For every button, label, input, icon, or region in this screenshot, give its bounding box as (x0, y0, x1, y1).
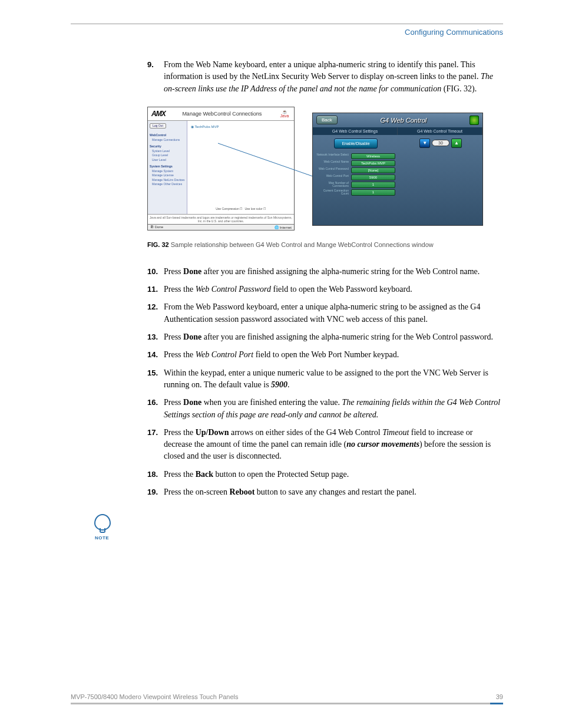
step-text: Press the Web Control Password field to … (164, 284, 503, 295)
step-text: Press Done after you are finished assign… (164, 266, 503, 278)
timeout-down-button[interactable]: ▼ (419, 139, 430, 148)
step-text: Press Done after you are finished assign… (164, 331, 503, 343)
step-text: Press the Back button to open the Protec… (164, 469, 503, 480)
webcontrol-window: AMX Manage WebControl Connections ☕Java … (147, 107, 295, 230)
step-number: 10. (147, 266, 164, 278)
step-number: 18. (147, 469, 164, 480)
panel-link[interactable]: TechPubs MVP (191, 124, 290, 129)
web-control-port[interactable]: 5900 (351, 174, 395, 180)
timeout-up-button[interactable]: ▲ (451, 139, 462, 148)
logout-button[interactable]: Log Out (150, 123, 166, 129)
step-number: 9. (147, 59, 164, 95)
g4-panel: Back G4 Web Control G4 Web Control Setti… (312, 113, 483, 226)
step-number: 11. (147, 284, 164, 295)
panel-title: G4 Web Control (381, 117, 427, 124)
step-number: 14. (147, 349, 164, 361)
network-select[interactable]: Wireless (351, 153, 395, 159)
step-number: 17. (147, 427, 164, 463)
step-text: From the Web Name keyboard, enter a uniq… (164, 59, 503, 95)
step-text: Press the on-screen Reboot button to sav… (164, 486, 503, 498)
trademark-footer: Java and all Sun-based trademarks and lo… (148, 214, 294, 224)
web-control-name[interactable]: TechPubs MVP (351, 160, 395, 166)
amx-logo: AMX (151, 110, 166, 118)
status-done: 🖹 Done (150, 225, 163, 229)
step-number: 13. (147, 331, 164, 343)
web-control-password[interactable]: [None] (351, 167, 395, 173)
step-number: 16. (147, 397, 164, 421)
current-connections: 1 (351, 189, 395, 196)
max-connections: 1 (351, 182, 395, 188)
window-title: Manage WebControl Connections (182, 111, 262, 117)
figure-caption: FIG. 32 Sample relationship between G4 W… (147, 241, 503, 248)
settings-header: G4 Web Control Settings (313, 127, 398, 135)
step-text: Press the Up/Down arrows on either sides… (164, 427, 503, 463)
timeout-value: 30 (432, 140, 449, 146)
back-button[interactable]: Back (316, 116, 338, 124)
step-text: From the Web Password keyboard, enter a … (164, 301, 503, 325)
enable-button[interactable]: Enable/Disable (334, 139, 377, 149)
step-number: 15. (147, 367, 164, 391)
status-zone: 🌐 Internet (275, 225, 292, 229)
step-number: 12. (147, 301, 164, 325)
exit-icon[interactable] (470, 116, 479, 125)
timeout-header: G4 Web Control Timeout (398, 127, 482, 135)
step-text: Within the keypad, enter a unique numeri… (164, 367, 503, 391)
page-number: 39 (496, 693, 503, 700)
step-number: 19. (147, 486, 164, 498)
note-icon: NOTE (94, 514, 110, 541)
figure-32: AMX Manage WebControl Connections ☕Java … (147, 107, 503, 248)
step-text: Press Done when you are finished enterin… (164, 397, 503, 421)
java-icon: ☕Java (279, 110, 290, 118)
section-header: Configuring Communications (71, 28, 503, 37)
sidebar: Log Out WebControl Manage Connections Se… (148, 121, 187, 214)
step-text: Press the Web Control Port field to open… (164, 349, 503, 361)
footer-product: MVP-7500/8400 Modero Viewpoint Wireless … (71, 693, 239, 700)
